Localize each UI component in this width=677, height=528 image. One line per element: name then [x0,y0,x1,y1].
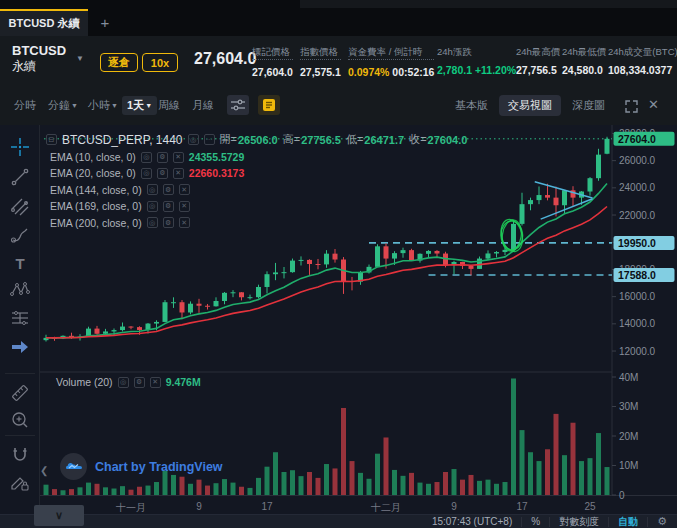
volume-bar [146,486,151,495]
text-tool-icon[interactable]: T [8,251,32,275]
chevron-down-icon[interactable]: ▼ [76,54,84,63]
magnet-icon[interactable] [8,443,32,467]
pane-collapse-handle[interactable]: ❮ [40,465,48,476]
volume-bar [52,489,57,495]
toolbar-divider [5,373,35,374]
volume-bar [205,486,210,495]
more-icon[interactable]: ⋯ [204,134,215,145]
orderbook-panel-button[interactable] [258,95,280,115]
eye-icon[interactable]: ◎ [147,217,158,228]
candle [469,266,474,269]
time-axis[interactable]: 十一月917十二月91725 [40,499,612,514]
interval-分鐘[interactable]: 分鐘▼ [48,98,78,113]
interval-1天[interactable]: 1天▼ [122,96,157,115]
volume-bar [358,473,363,495]
volume-bar [375,454,380,495]
stat-value: 27,575.1 [300,66,341,78]
candle [256,287,261,297]
gear-icon[interactable]: ⚙ [134,377,145,388]
volume-legend-label: Volume (20) [56,376,113,388]
add-tab-button[interactable]: + [92,9,118,36]
eye-icon[interactable]: ◎ [141,152,152,163]
close-icon[interactable]: ✕ [179,217,190,228]
indicators-button[interactable] [227,95,249,115]
gear-icon[interactable]: ⚙ [163,217,174,228]
candle [231,292,236,293]
volume-bar [477,481,482,495]
price-chart-canvas[interactable]: 28000.026000.024000.022000.020000.018000… [40,125,677,501]
gear-icon[interactable]: ⚙ [657,515,667,528]
pitchfork-icon[interactable] [8,195,32,219]
tab-btcusd-perp[interactable]: BTCUSD 永續 [0,9,88,36]
candle [316,264,321,265]
close-icon[interactable]: ✕ [173,152,184,163]
eye-icon[interactable]: ◎ [188,134,199,145]
auto-scale-button[interactable]: 自動 [618,515,638,528]
candle [384,246,389,258]
legend-collapse-icon[interactable]: ⊟ [46,134,57,145]
interval-小時[interactable]: 小時▼ [88,98,118,113]
log-scale-button[interactable]: 對數刻度 [559,515,599,528]
symbol-selector[interactable]: BTCUSD 永續 [12,43,66,74]
arrow-tool-icon[interactable] [8,335,32,359]
divider [608,517,609,527]
ruler-icon[interactable] [8,381,32,405]
legend-row: EMA (20, close, 0)◎⚙✕22660.3173 [50,167,244,179]
volume-bar [520,430,525,495]
instrument-header: BTCUSD 永續 ▼ 逐倉 10x 27,604.0 標記價格27,604.0… [0,36,677,90]
gear-icon[interactable]: ⚙ [163,184,174,195]
zoom-in-icon[interactable] [8,408,32,432]
eye-icon[interactable]: ◎ [141,168,152,179]
candle [214,301,219,306]
stat-value: 108,334.0377 [608,64,677,76]
view-基本版[interactable]: 基本版 [455,98,488,113]
brush-icon[interactable] [8,223,32,247]
volume-bar [333,468,338,495]
volume-bar [282,472,287,495]
margin-mode-button[interactable]: 逐倉 [100,53,138,72]
gear-icon[interactable]: ⚙ [157,168,168,179]
header-stat: 24h成交量(BTC)108,334.0377 [608,46,677,76]
eye-icon[interactable]: ◎ [147,184,158,195]
stat-label: 24h成交量(BTC) [608,46,677,58]
legend-row: EMA (144, close, 0)◎⚙✕ [50,184,190,196]
ohlc-key: 低= [346,132,363,147]
volume-bar [290,470,295,495]
stat-label: 指數價格 [300,46,341,60]
position-tool-icon[interactable] [8,306,32,330]
volume-bar [494,484,499,495]
tradingview-attribution[interactable]: Chart by TradingView [60,453,223,480]
volume-bar [426,484,431,495]
close-icon[interactable]: ✕ [150,377,161,388]
collapse-toolbar-button[interactable]: ∨ [34,505,84,526]
fullscreen-icon[interactable] [625,99,638,117]
candle [205,306,210,307]
crosshair-icon[interactable] [8,135,32,159]
view-深度圖[interactable]: 深度圖 [572,98,605,113]
close-icon[interactable]: ✕ [179,184,190,195]
svg-text:19950.0: 19950.0 [618,237,656,249]
percent-scale-button[interactable]: % [531,516,540,527]
volume-bar [78,487,83,495]
close-icon[interactable]: ✕ [179,201,190,212]
symbol-name: BTCUSD [12,43,66,58]
xabcd-pattern-icon[interactable] [8,278,32,302]
interval-分時[interactable]: 分時 [14,98,36,113]
drawing-lock-icon[interactable] [8,470,32,494]
interval-周線[interactable]: 周線 [158,98,180,113]
trend-line-icon[interactable] [8,165,32,189]
interval-月線[interactable]: 月線 [192,98,214,113]
volume-bar [112,489,117,495]
gear-icon[interactable]: ⚙ [157,152,168,163]
clock-time: 15:07:43 (UTC+8) [432,516,512,527]
close-icon[interactable]: ✕ [648,97,659,112]
eye-icon[interactable]: ◎ [118,377,129,388]
gear-icon[interactable]: ⚙ [163,201,174,212]
candle [401,250,406,253]
view-交易視圖[interactable]: 交易視圖 [499,95,561,116]
chevron-down-icon: ▼ [71,102,78,109]
close-icon[interactable]: ✕ [173,168,184,179]
eye-icon[interactable]: ◎ [147,201,158,212]
leverage-button[interactable]: 10x [142,53,178,72]
candle [265,274,270,287]
